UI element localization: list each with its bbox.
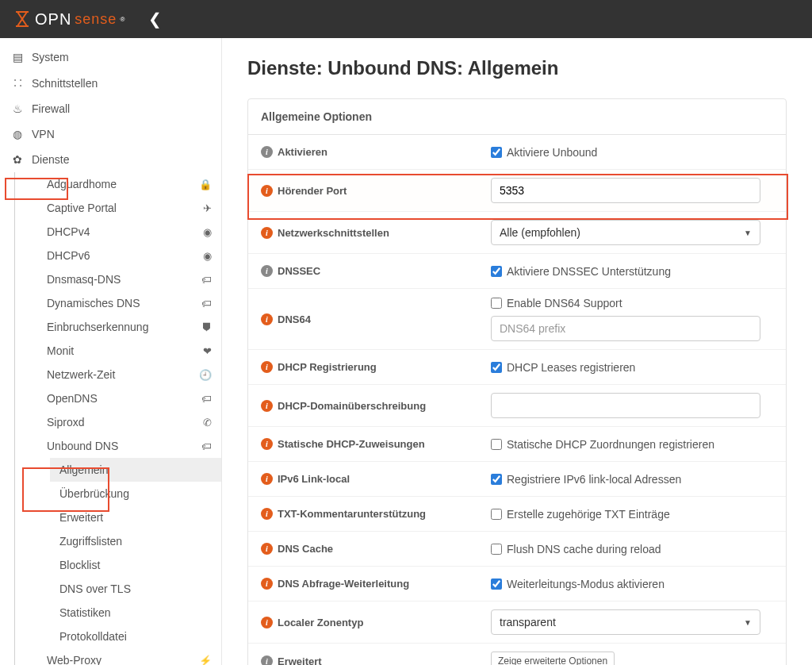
tag-icon: 🏷: [201, 393, 212, 405]
nav-monit[interactable]: Monit❤: [37, 339, 221, 363]
nav-unbound-blocklist[interactable]: Blocklist: [50, 553, 221, 577]
bullseye-icon: ◉: [203, 226, 212, 238]
phone-icon: ✆: [203, 417, 212, 429]
row-dnssec: iDNSSEC Aktiviere DNSSEC Unterstützung: [248, 254, 786, 289]
row-dhcp-reg: iDHCP Registrierung DHCP Leases registri…: [248, 350, 786, 385]
nav-web-proxy[interactable]: Web-Proxy⚡: [37, 648, 221, 665]
netif-select[interactable]: Alle (empfohlen)▼: [491, 220, 760, 245]
nav-unbound[interactable]: Unbound DNS🏷: [37, 434, 221, 458]
services-submenu: Adguardhome🔒 Captive Portal✈ DHCPv4◉ DHC…: [14, 172, 221, 665]
plane-icon: ✈: [203, 202, 212, 214]
globe-icon: ◍: [10, 128, 25, 140]
heartbeat-icon: ❤: [203, 345, 212, 357]
forward-checkbox[interactable]: [491, 579, 502, 590]
row-dhcp-dom: iDHCP-Domainüberschreibung: [248, 385, 786, 427]
chevron-down-icon: ▼: [744, 618, 752, 627]
tag-icon: 🏷: [201, 440, 212, 452]
nav-dyndns[interactable]: Dynamisches DNS🏷: [37, 291, 221, 315]
row-dns64: iDNS64 Enable DNS64 Support: [248, 289, 786, 350]
nav-dnsmasq[interactable]: Dnsmasq-DNS🏷: [37, 267, 221, 291]
panel-header: Allgemeine Optionen: [248, 99, 786, 135]
nav-captive-portal[interactable]: Captive Portal✈: [37, 196, 221, 220]
info-icon[interactable]: i: [261, 313, 273, 325]
bolt-icon: ⚡: [199, 655, 212, 666]
ipv6ll-checkbox[interactable]: [491, 474, 502, 485]
row-static-dhcp: iStatische DHCP-Zuweisungen Statische DH…: [248, 427, 786, 462]
gauge-icon: ▤: [10, 51, 25, 63]
main: Dienste: Unbound DNS: Allgemein Allgemei…: [222, 38, 812, 665]
info-icon[interactable]: i: [261, 578, 273, 590]
bullseye-icon: ◉: [203, 250, 212, 262]
row-netif: iNetzwerkschnittstellen Alle (empfohlen)…: [248, 212, 786, 254]
page-title: Dienste: Unbound DNS: Allgemein: [247, 57, 787, 79]
gear-icon: ✿: [10, 153, 25, 166]
logo[interactable]: OPNsense®: [13, 10, 124, 29]
nav-unbound-general[interactable]: Allgemein: [50, 458, 221, 482]
dhcp-reg-checkbox[interactable]: [491, 362, 502, 373]
row-forward: iDNS Abfrage-Weiterleitung Weiterleitung…: [248, 567, 786, 602]
clock-icon: 🕘: [199, 369, 212, 381]
nav-dhcpv4[interactable]: DHCPv4◉: [37, 220, 221, 244]
nav-ntp[interactable]: Netzwerk-Zeit🕘: [37, 363, 221, 386]
info-icon[interactable]: i: [261, 543, 273, 555]
nav-ids[interactable]: Einbruchserkennung⛊: [37, 315, 221, 339]
nav-services[interactable]: ✿Dienste: [0, 147, 221, 172]
row-cache: iDNS Cache Flush DNS cache during reload: [248, 532, 786, 567]
row-txt: iTXT-Kommentarunterstützung Erstelle zug…: [248, 497, 786, 532]
logo-text-opn: OPN: [35, 10, 71, 29]
nav-unbound-advanced[interactable]: Erweitert: [50, 505, 221, 529]
info-icon[interactable]: i: [261, 146, 273, 158]
info-icon[interactable]: i: [261, 617, 273, 628]
txt-checkbox[interactable]: [491, 509, 502, 520]
row-ipv6ll: iIPv6 Link-local Registriere IPv6 link-l…: [248, 462, 786, 497]
nav-unbound-stats[interactable]: Statistiken: [50, 601, 221, 625]
logo-text-sense: sense: [75, 11, 117, 28]
nav-dhcpv6[interactable]: DHCPv6◉: [37, 244, 221, 267]
shield-icon: ⛊: [201, 321, 212, 333]
nav-unbound-acl[interactable]: Zugriffslisten: [50, 529, 221, 553]
row-advanced: iErweitert Zeige erweiterte Optionen: [248, 644, 786, 665]
nav-siproxd[interactable]: Siproxd✆: [37, 410, 221, 434]
port-input[interactable]: [491, 178, 760, 203]
nav-opendns[interactable]: OpenDNS🏷: [37, 386, 221, 410]
nav-unbound-log[interactable]: Protokolldatei: [50, 625, 221, 648]
zonetype-select[interactable]: transparent▼: [491, 609, 760, 635]
row-enable: iAktivieren Aktiviere Unbound: [248, 135, 786, 170]
info-icon[interactable]: i: [261, 361, 273, 373]
lock-icon: 🔒: [199, 179, 212, 190]
info-icon[interactable]: i: [261, 438, 273, 450]
info-icon[interactable]: i: [261, 265, 273, 277]
info-icon[interactable]: i: [261, 508, 273, 520]
nav-system[interactable]: ▤System: [0, 44, 221, 70]
sidebar: ▤System ⸬Schnittstellen ♨Firewall ◍VPN ✿…: [0, 38, 222, 665]
enable-checkbox[interactable]: [491, 147, 502, 158]
static-dhcp-checkbox[interactable]: [491, 439, 502, 450]
nav-unbound-overrides[interactable]: Überbrückung: [50, 482, 221, 505]
info-icon[interactable]: i: [261, 185, 273, 197]
dnssec-checkbox[interactable]: [491, 266, 502, 277]
settings-panel: Allgemeine Optionen iAktivieren Aktivier…: [247, 98, 787, 665]
info-icon[interactable]: i: [261, 227, 273, 239]
nav-adguardhome[interactable]: Adguardhome🔒: [37, 172, 221, 196]
dns64-checkbox[interactable]: [491, 298, 502, 309]
row-zonetype: iLocaler Zonentyp transparent▼: [248, 602, 786, 644]
tag-icon: 🏷: [201, 298, 212, 309]
chevron-down-icon: ▼: [744, 229, 752, 237]
nav-interfaces[interactable]: ⸬Schnittstellen: [0, 70, 221, 96]
show-advanced-button[interactable]: Zeige erweiterte Optionen: [491, 652, 615, 665]
row-port: iHörender Port: [248, 170, 786, 212]
info-icon[interactable]: i: [261, 473, 273, 485]
fire-icon: ♨: [10, 102, 25, 115]
sitemap-icon: ⸬: [10, 76, 25, 90]
nav-unbound-dot[interactable]: DNS over TLS: [50, 577, 221, 601]
topbar: OPNsense® ❮: [0, 0, 812, 38]
info-icon[interactable]: i: [261, 655, 273, 666]
dns64-prefix-input[interactable]: [491, 316, 760, 341]
nav-vpn[interactable]: ◍VPN: [0, 121, 221, 147]
dhcp-domain-input[interactable]: [491, 393, 760, 418]
info-icon[interactable]: i: [261, 400, 273, 412]
collapse-icon[interactable]: ❮: [148, 10, 162, 29]
unbound-submenu: Allgemein Überbrückung Erweitert Zugriff…: [37, 458, 221, 648]
cache-checkbox[interactable]: [491, 544, 502, 555]
nav-firewall[interactable]: ♨Firewall: [0, 96, 221, 121]
